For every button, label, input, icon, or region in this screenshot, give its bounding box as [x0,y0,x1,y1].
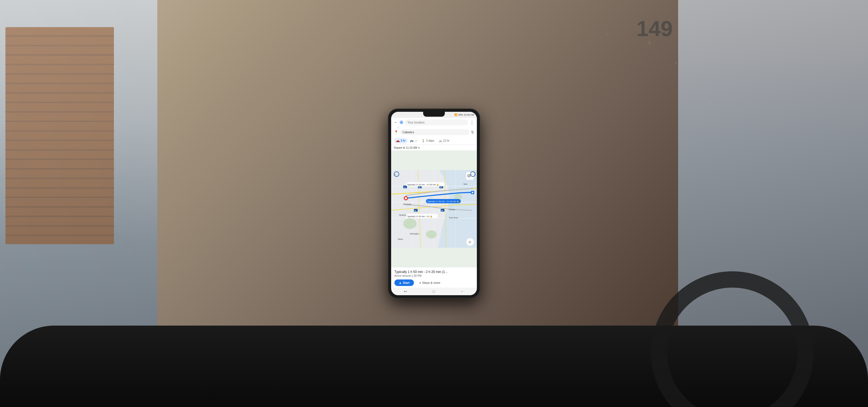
driving-duration: 2 hr [401,139,405,142]
svg-point-8 [426,230,437,239]
recent-apps-button[interactable]: ↩ [404,289,407,293]
svg-text:78: 78 [404,187,405,188]
transport-tabs: 🚗 2 hr 🚌 — 🚶 2 days 🚲 12 hr [391,137,477,145]
depart-row[interactable]: Depart at 11:10 AM ▾ [391,145,477,151]
start-label: Start [403,281,410,284]
svg-text:⊙: ⊙ [468,240,471,244]
map-svg: Allentown Reading Trenton Toms River Wil… [391,151,477,267]
tab-walking[interactable]: 🚶 2 days [420,138,436,144]
navigation-icon: ▲ [399,281,402,284]
svg-text:New: New [464,183,467,185]
bike-icon: 🚲 [439,139,442,143]
depart-label: Depart at 11:10 AM [394,146,417,149]
origin-row: ← ⋮ [394,119,474,125]
phone-mount: 📶 33% 12:44 AM ← ⋮ 📍 ⇅ [388,108,480,299]
phone-screen: 📶 33% 12:44 AM ← ⋮ 📍 ⇅ [391,112,477,295]
destination-pin-icon: 📍 [394,130,398,134]
depart-dropdown-icon: ▾ [418,146,420,149]
signal-icon: 📶 [454,114,457,116]
svg-text:I: I [395,174,396,176]
svg-text:Trenton: Trenton [448,209,455,211]
swap-directions-button[interactable]: ⇅ [471,130,474,134]
svg-text:Allentown: Allentown [403,203,411,205]
more-options-button[interactable]: ⋮ [470,120,474,125]
destination-row: 📍 ⇅ [394,129,474,135]
route-title: Typically 1 h 50 min - 2 h 20 min (1... [394,270,474,274]
brick-wall [5,27,114,244]
steps-label: Steps & more [422,281,440,284]
home-button[interactable]: □ [433,289,435,293]
start-button[interactable]: ▲ Start [394,279,414,286]
svg-point-13 [472,192,473,193]
route-actions: ▲ Start ≡ Steps & more [394,279,474,286]
phone-case: 📶 33% 12:44 AM ← ⋮ 📍 ⇅ [388,108,480,299]
connector-dots [398,126,399,129]
svg-text:Elkton: Elkton [398,238,403,240]
origin-dot-icon [400,121,403,124]
svg-text:95: 95 [441,210,443,212]
tab-transit[interactable]: 🚌 — [408,138,420,144]
phone-notch [423,112,445,117]
svg-text:Typically 2 h 10 min - 2 h 50 : Typically 2 h 10 min - 2 h 50 min 🔒 [407,183,439,186]
tab-driving[interactable]: 🚗 2 hr [394,138,408,144]
svg-text:Typically 1 h 50 min - 2 h 20 : Typically 1 h 50 min - 2 h 20 min 🔒 [427,200,459,203]
svg-text:Typically 2 h 20 min - 3 h 🔒: Typically 2 h 20 min - 3 h 🔒 [407,215,433,218]
svg-text:Reading: Reading [399,214,406,216]
svg-text:Toms River: Toms River [448,217,458,219]
transit-duration: — [414,139,417,142]
destination-input[interactable] [400,129,469,135]
time-display: 12:44 AM [464,114,474,116]
svg-text:I: I [471,174,472,176]
car-icon: 🚗 [396,139,400,143]
origin-input[interactable] [405,119,468,125]
building-number: 149 [637,16,673,41]
cycling-duration: 12 hr [443,139,450,142]
svg-text:78: 78 [440,187,442,188]
status-icons: 📶 33% 12:44 AM [454,114,474,116]
battery-text: 33% [458,114,463,116]
walking-duration: 2 days [426,139,434,142]
svg-text:⧉: ⧉ [467,174,470,178]
steps-icon: ≡ [420,281,421,284]
nav-header: ← ⋮ 📍 ⇅ [391,118,477,137]
walk-icon: 🚶 [422,139,425,143]
tab-cycling[interactable]: 🚲 12 hr [436,138,452,144]
svg-text:Wilmington: Wilmington [410,233,419,235]
svg-point-11 [405,197,407,199]
map-area[interactable]: Allentown Reading Trenton Toms River Wil… [391,151,477,267]
svg-text:76: 76 [414,210,416,212]
svg-text:78: 78 [418,187,421,188]
back-button[interactable]: ← [394,120,398,125]
bus-icon: 🚌 [410,139,414,143]
route-subtitle: Arrive around 1:30 PM [394,274,474,277]
back-nav-button[interactable]: ← [460,289,464,293]
bottom-navigation-bar: ↩ □ ← [391,288,477,295]
route-info-panel: Typically 1 h 50 min - 2 h 20 min (1... … [391,267,477,288]
steps-more-button[interactable]: ≡ Steps & more [416,279,443,286]
svg-point-7 [403,218,416,229]
